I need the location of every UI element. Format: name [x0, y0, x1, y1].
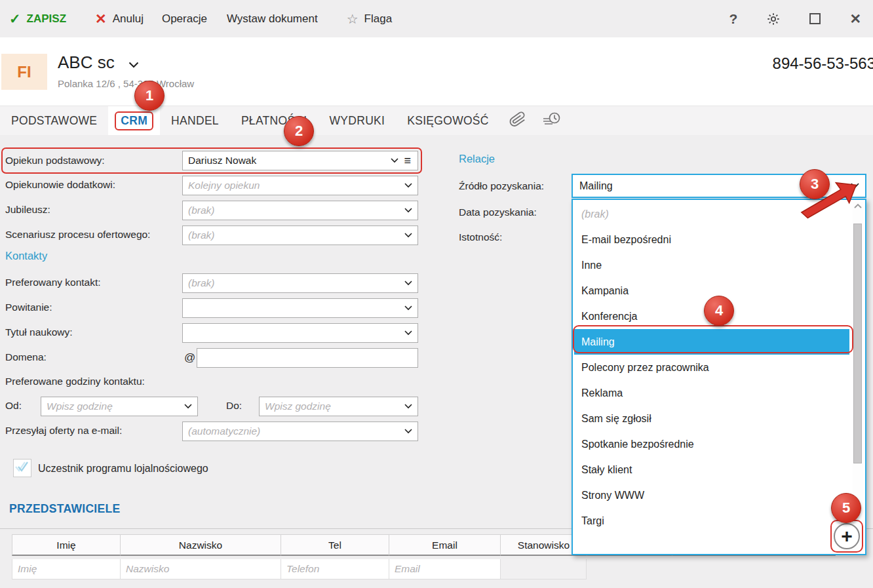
- dropdown-item[interactable]: Stały klient: [574, 457, 849, 482]
- tytul-naukowy-combo[interactable]: [182, 323, 418, 343]
- rep-telefon-input[interactable]: [281, 563, 389, 575]
- add-item-button[interactable]: +: [834, 523, 860, 549]
- opiekunowie-dodatkowi-combo[interactable]: [182, 176, 418, 195]
- dropdown-item[interactable]: Sam się zgłosił: [574, 406, 849, 431]
- paperclip-icon[interactable]: [509, 111, 526, 130]
- loyalty-checkbox[interactable]: [13, 459, 31, 477]
- rep-imie-input[interactable]: [12, 563, 120, 575]
- operations-menu-button[interactable]: Operacje: [162, 12, 207, 26]
- domena-input[interactable]: [197, 352, 417, 364]
- cancel-button-label: Anuluj: [113, 12, 144, 26]
- powitanie-combo[interactable]: [182, 298, 418, 318]
- od-combo[interactable]: [41, 397, 198, 416]
- tax-id: 894-56-53-563: [773, 54, 873, 73]
- dropdown-item[interactable]: Spotkanie bezpośrednie: [574, 431, 849, 457]
- field-label: Istotność:: [459, 231, 502, 243]
- opiekun-podstawowy-combo[interactable]: ≡: [182, 151, 418, 170]
- record-header: FI ABC sc Polanka 12/6 , 54-365 Wrocław …: [0, 37, 873, 106]
- tab-label: KSIĘGOWOŚĆ: [407, 114, 489, 128]
- chevron-down-icon[interactable]: [404, 404, 417, 409]
- tab-ksiegowosc[interactable]: KSIĘGOWOŚĆ: [396, 106, 500, 135]
- cancel-button[interactable]: ✕ Anuluj: [95, 11, 144, 27]
- scenariusz-combo[interactable]: [182, 225, 418, 245]
- column-header[interactable]: Tel: [281, 534, 389, 556]
- jubileusz-input[interactable]: [183, 205, 404, 216]
- rep-stanowisko-cell[interactable]: [500, 559, 587, 579]
- od-input[interactable]: [41, 401, 184, 412]
- checkmark-icon: ✓: [9, 11, 21, 27]
- crm-tab-content: Opiekun podstawowy: Opiekunowie dodatkow…: [0, 135, 873, 588]
- preferowany-kontakt-input[interactable]: [183, 277, 404, 289]
- issue-document-button[interactable]: Wystaw dokument: [227, 12, 318, 26]
- save-button[interactable]: ✓ ZAPISZ: [9, 11, 66, 27]
- dropdown-item[interactable]: Inne: [574, 252, 849, 278]
- scenariusz-input[interactable]: [183, 229, 404, 241]
- tab-wydruki[interactable]: WYDRUKI: [318, 106, 396, 135]
- dropdown-item-selected[interactable]: Mailing: [574, 329, 849, 355]
- annotation-step-3: 3: [800, 169, 830, 199]
- dropdown-list: (brak) E-mail bezpośredni Inne Kampania …: [574, 201, 849, 526]
- field-label: Jubileusz:: [5, 204, 50, 216]
- opiekunowie-dodatkowi-input[interactable]: [183, 180, 404, 191]
- tab-label: CRM: [115, 111, 153, 130]
- field-label: Opiekun podstawowy:: [5, 155, 105, 167]
- star-icon: ☆: [347, 11, 359, 27]
- close-button[interactable]: ✕: [849, 11, 861, 27]
- maximize-button[interactable]: [809, 13, 821, 24]
- annotation-step-2: 2: [284, 116, 314, 146]
- rep-nazwisko-input[interactable]: [121, 563, 281, 575]
- zrodlo-dropdown-panel: (brak) E-mail bezpośredni Inne Kampania …: [572, 199, 866, 555]
- tab-label: WYDRUKI: [329, 114, 385, 128]
- annotation-step-5: 5: [831, 493, 861, 523]
- chevron-down-icon[interactable]: [404, 208, 417, 213]
- chevron-down-icon[interactable]: [404, 305, 417, 311]
- chevron-down-icon[interactable]: [184, 404, 197, 409]
- hamburger-icon[interactable]: ≡: [404, 154, 417, 168]
- oferty-email-combo[interactable]: [182, 421, 418, 441]
- chevron-down-icon[interactable]: [391, 158, 404, 163]
- chevron-down-icon[interactable]: [404, 429, 417, 434]
- opiekun-podstawowy-input[interactable]: [183, 155, 391, 167]
- section-kontakty: Kontakty: [5, 250, 47, 262]
- oferty-email-input[interactable]: [183, 425, 404, 437]
- field-label: Tytuł naukowy:: [5, 326, 73, 338]
- help-button[interactable]: ?: [729, 11, 738, 27]
- tytul-naukowy-input[interactable]: [183, 327, 404, 339]
- chevron-down-icon[interactable]: [128, 59, 139, 71]
- dropdown-item[interactable]: Reklama: [574, 380, 849, 406]
- jubileusz-combo[interactable]: [182, 201, 418, 220]
- issue-document-label: Wystaw dokument: [227, 12, 318, 26]
- history-icon[interactable]: [542, 111, 562, 130]
- column-header[interactable]: Email: [389, 534, 500, 556]
- do-combo[interactable]: [259, 397, 418, 416]
- dropdown-item[interactable]: Strony WWW: [574, 482, 849, 508]
- column-header[interactable]: Imię: [12, 534, 120, 556]
- chevron-down-icon[interactable]: [404, 233, 417, 238]
- field-label: Źródło pozyskania:: [459, 180, 544, 192]
- tab-handel[interactable]: HANDEL: [160, 106, 230, 135]
- powitanie-input[interactable]: [183, 302, 404, 314]
- do-input[interactable]: [260, 401, 404, 412]
- domena-field[interactable]: [197, 348, 418, 368]
- tab-label: HANDEL: [171, 114, 219, 128]
- dropdown-item[interactable]: E-mail bezpośredni: [574, 227, 849, 252]
- field-label: Scenariusz procesu ofertowego:: [5, 229, 150, 241]
- dropdown-item[interactable]: Targi: [574, 508, 849, 526]
- flag-button[interactable]: ☆ Flaga: [347, 11, 392, 27]
- chevron-down-icon[interactable]: [404, 330, 417, 336]
- gear-icon[interactable]: [766, 12, 781, 26]
- tab-label: PODSTAWOWE: [11, 114, 97, 128]
- dropdown-item[interactable]: Polecony przez pracownika: [574, 355, 849, 380]
- chevron-down-icon[interactable]: [404, 281, 417, 286]
- chevron-down-icon[interactable]: [404, 183, 417, 188]
- tab-bar: PODSTAWOWE CRM HANDEL PŁATNOŚCI WYDRUKI …: [0, 106, 873, 135]
- field-label: Przesyłaj oferty na e-mail:: [5, 425, 122, 437]
- company-name: ABC sc: [58, 52, 115, 73]
- section-przedstawiciele: PRZEDSTAWICIELE: [9, 502, 120, 516]
- scrollbar-thumb[interactable]: [853, 224, 862, 463]
- save-button-label: ZAPISZ: [27, 12, 66, 26]
- preferowany-kontakt-combo[interactable]: [182, 273, 418, 293]
- tab-podstawowe[interactable]: PODSTAWOWE: [0, 106, 108, 135]
- rep-email-input[interactable]: [389, 563, 500, 575]
- column-header[interactable]: Nazwisko: [120, 534, 281, 556]
